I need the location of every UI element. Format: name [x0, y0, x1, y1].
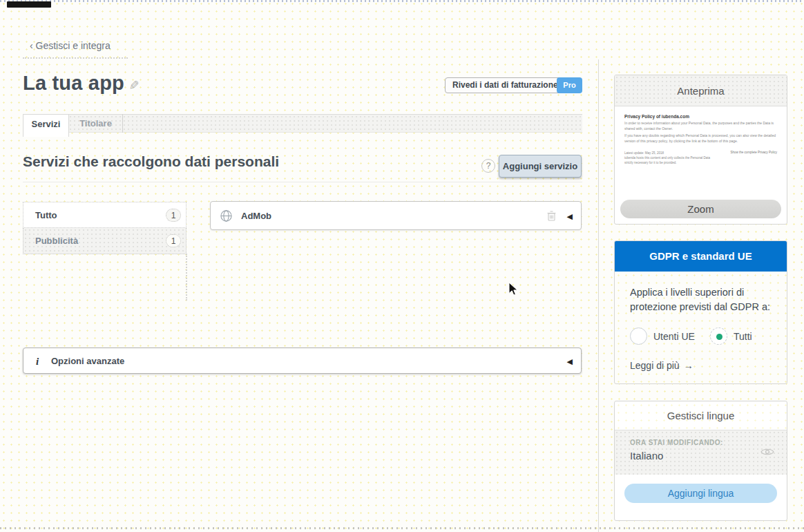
- gdpr-panel: GDPR e standard UE Applica i livelli sup…: [614, 240, 787, 384]
- delete-service-icon[interactable]: [547, 211, 556, 224]
- policy-preview-host-note: iubenda hosts this content and only coll…: [624, 155, 716, 165]
- preview-language-eye-icon[interactable]: [760, 447, 774, 459]
- mouse-cursor: [508, 282, 519, 299]
- filter-item-tutto[interactable]: Tutto 1: [23, 202, 186, 228]
- policy-preview-paragraph: If you have any doubts regarding which P…: [624, 133, 777, 144]
- filter-label: Pubblicità: [35, 228, 78, 254]
- section-heading: Servizi che raccolgono dati personali: [23, 153, 279, 170]
- bottom-dotted-border: [0, 527, 804, 529]
- loading-bar: [7, 1, 51, 8]
- radio-tutti[interactable]: [710, 327, 727, 345]
- gdpr-read-more-label: Leggi di più: [630, 360, 680, 371]
- add-language-button[interactable]: Aggiungi lingua: [624, 484, 777, 503]
- policy-preview-updated: Latest update: May 25, 2018: [624, 151, 716, 155]
- edit-title-icon[interactable]: ✎: [126, 79, 141, 90]
- gdpr-description: Applica i livelli superiori di protezion…: [630, 285, 772, 314]
- radio-utenti-ue-label[interactable]: Utenti UE: [653, 331, 695, 342]
- collapse-icon[interactable]: ◀: [567, 348, 573, 374]
- languages-panel: Gestisci lingue ORA STAI MODIFICANDO: It…: [614, 401, 787, 521]
- editing-now-label: ORA STAI MODIFICANDO:: [630, 439, 787, 446]
- filter-list-tail-divider: [186, 254, 187, 301]
- policy-preview-document: Privacy Policy of iubenda.com In order t…: [624, 114, 777, 144]
- current-language-section: ORA STAI MODIFICANDO: Italiano: [615, 430, 787, 475]
- filter-label: Tutto: [35, 202, 57, 229]
- sidebar-divider: [598, 59, 599, 532]
- add-service-button[interactable]: Aggiungi servizio: [499, 155, 582, 178]
- policy-preview-footer: Latest update: May 25, 2018 iubenda host…: [624, 151, 777, 166]
- collapse-icon[interactable]: ◀: [567, 202, 573, 231]
- tab-titolare[interactable]: Titolare: [69, 114, 123, 133]
- gdpr-panel-title: GDPR e standard UE: [615, 241, 787, 272]
- service-filter-list: Tutto 1 Pubblicità 1: [23, 202, 186, 254]
- help-icon[interactable]: ?: [481, 159, 495, 173]
- radio-utenti-ue[interactable]: [630, 327, 647, 345]
- service-row-admob[interactable]: AdMob ◀: [210, 201, 582, 230]
- zoom-button[interactable]: Zoom: [620, 200, 781, 218]
- languages-panel-title: Gestisci lingue: [615, 401, 787, 430]
- advanced-options-label: Opzioni avanzate: [51, 348, 124, 374]
- gdpr-read-more-link[interactable]: Leggi di più→: [630, 360, 772, 371]
- filter-item-pubblicita[interactable]: Pubblicità 1: [23, 228, 186, 254]
- policy-preview-show-link: Show the complete Privacy Policy: [730, 151, 777, 166]
- billing-button[interactable]: Rivedi i dati di fatturazione: [445, 77, 566, 93]
- gdpr-radio-group: Utenti UE Tutti: [630, 327, 772, 345]
- info-icon: i: [36, 348, 39, 374]
- page-title: La tua app: [23, 72, 124, 95]
- pro-badge[interactable]: Pro: [557, 77, 582, 93]
- heading-divider: [23, 182, 582, 182]
- tab-servizi[interactable]: Servizi: [23, 114, 69, 137]
- filter-count-badge: 1: [166, 209, 181, 222]
- breadcrumb[interactable]: ‹ Gestisci e integra: [23, 39, 128, 59]
- advanced-options-row[interactable]: i Opzioni avanzate ◀: [23, 348, 582, 374]
- preview-panel: Anteprima Privacy Policy of iubenda.com …: [614, 75, 787, 225]
- page: ‹ Gestisci e integra La tua app ✎ Rivedi…: [0, 0, 804, 532]
- radio-tutti-label[interactable]: Tutti: [734, 331, 752, 342]
- policy-preview-title: Privacy Policy of iubenda.com: [624, 114, 777, 119]
- service-name: AdMob: [241, 202, 271, 231]
- filter-count-badge: 1: [166, 234, 181, 247]
- preview-panel-title: Anteprima: [615, 75, 787, 106]
- top-dotted-border: [0, 0, 804, 2]
- globe-icon: [220, 210, 232, 225]
- arrow-right-icon: →: [684, 360, 693, 371]
- policy-preview-paragraph: In order to receive information about yo…: [624, 121, 777, 131]
